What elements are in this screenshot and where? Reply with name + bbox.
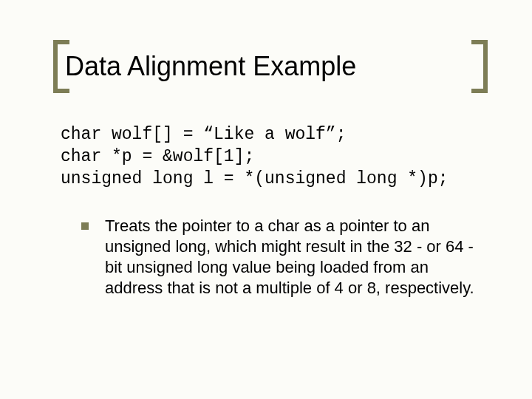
bullet-square-icon [81,222,89,230]
bullet-item: Treats the pointer to a char as a pointe… [81,216,480,299]
slide-title: Data Alignment Example [65,51,466,82]
body-text: Treats the pointer to a char as a pointe… [81,216,480,299]
slide: Data Alignment Example char wolf[] = “Li… [0,0,532,399]
right-bracket-icon [471,40,488,93]
bullet-text: Treats the pointer to a char as a pointe… [105,216,480,299]
code-block: char wolf[] = “Like a wolf”; char *p = &… [61,124,488,191]
code-line-3: unsigned long l = *(unsigned long *)p; [61,169,449,188]
code-line-1: char wolf[] = “Like a wolf”; [61,125,346,144]
title-bar: Data Alignment Example [53,40,488,93]
code-line-2: char *p = &wolf[1]; [61,147,254,166]
